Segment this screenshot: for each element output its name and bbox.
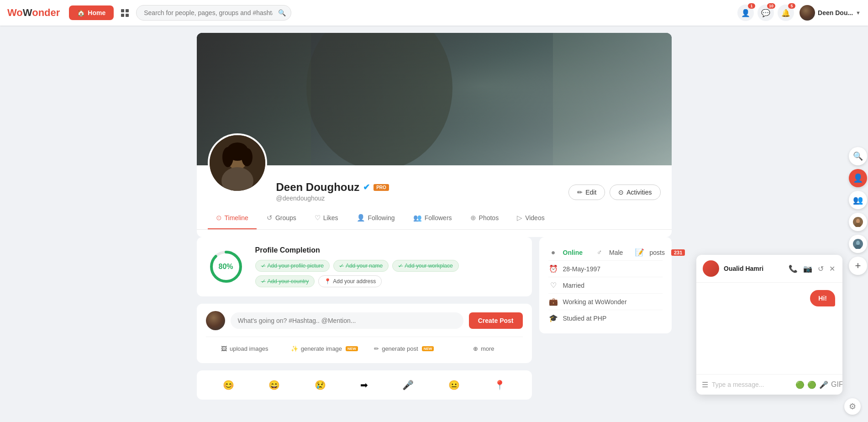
education-icon: 🎓 [548,314,558,322]
tab-following[interactable]: 👤 Following [348,207,403,229]
emoji-btn-6[interactable]: 😐 [444,377,464,393]
tab-groups-label: Groups [275,214,296,222]
info-row-education: 🎓 Studied at PHP [548,310,663,326]
user-display-name: Deen Dou... [818,9,853,16]
info-row-relationship: ♡ Married [548,277,663,294]
tab-groups[interactable]: ↺ Groups [258,207,305,229]
chat-footer-icons: 🟢 🟢 🎤 GIF ⬤ 😊 [795,380,842,389]
chat-body: Hi! [696,283,842,374]
generate-post-button[interactable]: ✏ generate post NEW [365,342,443,356]
tab-videos[interactable]: ▷ Videos [509,207,553,229]
profile-avatar-wrap [208,133,267,193]
search-bar: 🔍 [136,5,291,21]
status-text: Online [563,249,583,256]
user-info-card: ● Online ♂ Male 📝 posts 231 ⏰ 28-May-199… [539,237,672,333]
notifications-button[interactable]: 🔔 5 [778,5,794,21]
check-icon: ✓ [398,263,403,269]
work-text: Working at WoWonder [563,298,627,306]
tab-likes[interactable]: ♡ Likes [306,207,347,229]
education-text: Studied at PHP [563,315,607,322]
check-icon: ✓ [261,263,266,269]
friends-button[interactable]: 👤 1 [737,5,754,21]
generate-image-button[interactable]: ✨ generate image NEW [285,342,363,356]
post-input[interactable] [231,312,463,329]
gender-text: Male [609,249,623,256]
chat-gif-button[interactable]: 🟢 [795,380,805,389]
birthday-text: 28-May-1997 [563,265,601,273]
user2-avatar-icon [853,239,863,249]
content-row: 80% Profile Completion ✓ Add your profil… [197,237,672,407]
chat-emoji-button[interactable]: 🟢 [807,380,816,389]
sidebar-user2-button[interactable] [849,235,867,253]
app-logo: WoWonder [7,7,60,19]
edit-button[interactable]: ✏ Edit [568,185,605,200]
post-avatar [206,311,225,330]
step-workplace: ✓ Add your workplace [392,260,458,272]
new-badge-2: NEW [422,346,434,351]
nav-icons-group: 👤 1 💬 10 🔔 5 Deen Dou... ▼ [737,5,861,21]
following-icon: 👤 [357,214,365,222]
emoji-btn-4[interactable]: ➡ [356,377,373,393]
tab-followers[interactable]: 👥 Followers [405,207,460,229]
tab-timeline[interactable]: ⊙ Timeline [208,207,257,229]
chat-widget: Oualid Hamri 📞 📷 ↺ ✕ Hi! ☰ 🟢 🟢 🎤 GIF ⬤ 😊 [696,255,842,395]
emoji-btn-7[interactable]: 📍 [489,377,510,393]
settings-button[interactable]: ⚙ [844,398,861,415]
emoji-btn-1[interactable]: 😊 [218,377,239,393]
sidebar-profile-button[interactable]: 👤 [849,169,867,187]
user-menu[interactable]: Deen Dou... ▼ [800,5,861,21]
completion-circle: 80% [208,248,244,285]
step-country: ✓ Add your country [255,275,315,287]
svg-point-2 [306,33,452,165]
bell-icon: 🔔 [781,9,790,17]
step-address[interactable]: 📍 Add your address [318,275,382,287]
step-label: Add your profile picture [268,263,324,269]
chat-contact-avatar [703,260,719,277]
sidebar-friends-button[interactable]: 👥 [849,191,867,209]
profile-bottom: Deen Doughouz ✔ PRO @deendoughouz ✏ Edit [197,165,672,207]
emoji-btn-3[interactable]: 😢 [310,377,331,393]
search-input[interactable] [136,5,291,21]
more-button[interactable]: ⊕ more [445,342,523,356]
completion-info: Profile Completion ✓ Add your profile pi… [255,246,521,287]
messages-button[interactable]: 💬 10 [758,5,774,21]
tab-likes-label: Likes [323,214,338,222]
home-button[interactable]: 🏠 Home [69,5,114,20]
activities-button[interactable]: ⊙ Activities [610,185,660,200]
search-icon: 🔍 [278,9,286,16]
sidebar-user1-button[interactable] [849,213,867,231]
chat-header-actions: 📞 📷 ↺ ✕ [788,264,836,274]
emoji-btn-5[interactable]: 🎤 [398,377,418,393]
tab-videos-label: Videos [525,214,545,222]
completion-steps: ✓ Add your profile picture ✓ Add your na… [255,260,521,287]
chat-refresh-button[interactable]: ↺ [817,264,825,274]
relationship-icon: ♡ [548,281,558,290]
avatar [800,5,815,21]
friends-badge: 1 [748,3,755,9]
tab-photos[interactable]: ⊕ Photos [462,207,507,229]
groups-icon: ↺ [267,214,273,222]
chat-input[interactable] [712,379,792,390]
right-sidebar: 🔍 👤 👥 + [849,147,868,275]
step-label: Add your name [346,263,383,269]
grid-menu-button[interactable] [119,7,131,19]
sidebar-add-button[interactable]: + [849,257,867,275]
chevron-down-icon: ▼ [856,10,861,16]
upload-images-button[interactable]: 🖼 upload images [206,342,284,356]
profile-info-row: Deen Doughouz ✔ PRO @deendoughouz ✏ Edit [208,165,661,202]
home-label: Home [88,9,105,16]
create-post-button[interactable]: Create Post [469,312,523,329]
svg-point-9 [222,147,233,167]
posts-icon: 📝 [635,248,645,257]
emoji-btn-2[interactable]: 😄 [264,377,284,393]
chat-mic-button[interactable]: 🎤 [819,380,828,389]
chat-close-button[interactable]: ✕ [828,264,836,274]
work-icon: 💼 [548,297,558,306]
chat-phone-button[interactable]: 📞 [788,264,799,274]
chat-video-button[interactable]: 📷 [802,264,813,274]
logo-wonder: W [23,7,32,18]
chat-footer: ☰ 🟢 🟢 🎤 GIF ⬤ 😊 [696,374,842,395]
chat-gif2-button[interactable]: GIF [831,380,842,389]
sidebar-search-button[interactable]: 🔍 [849,147,867,165]
left-column: 80% Profile Completion ✓ Add your profil… [197,237,532,400]
